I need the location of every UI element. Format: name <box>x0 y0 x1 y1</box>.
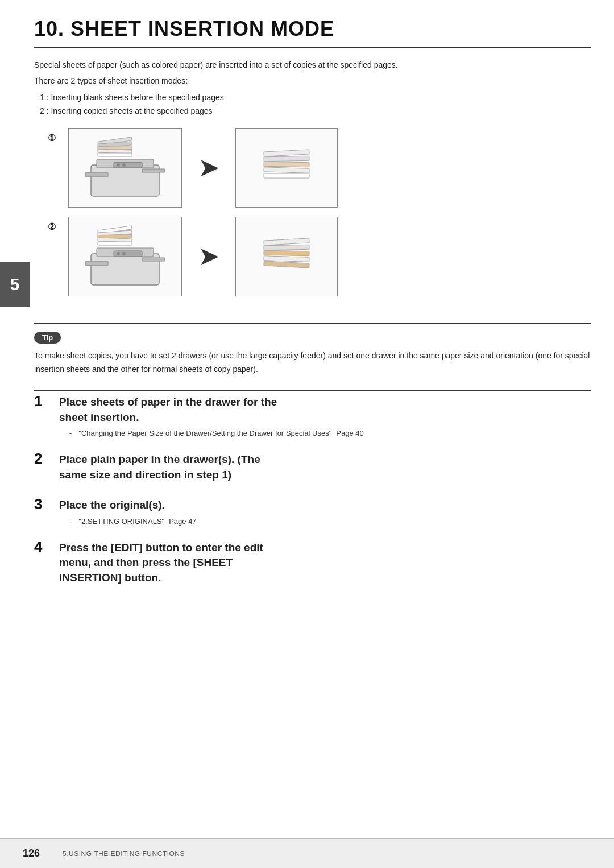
step-4-main: Press the [EDIT] button to enter the edi… <box>59 540 591 586</box>
step-1-dash: - <box>69 428 72 440</box>
step-4-main-line3: INSERTION] button. <box>59 572 161 584</box>
step-3-sub-line-1: - "2.SETTING ORIGINALS" Page 47 <box>69 516 591 528</box>
step-1-main-line2: sheet insertion. <box>59 411 139 423</box>
diagram-number-2: ② <box>48 221 56 232</box>
page-title: 10. SHEET INSERTION MODE <box>34 17 591 48</box>
svg-rect-12 <box>264 150 309 156</box>
step-3-number: 3 <box>34 495 59 513</box>
step-1-content: Place sheets of paper in the drawer for … <box>59 395 591 440</box>
page-content: 10. SHEET INSERTION MODE Special sheets … <box>34 0 591 588</box>
diagram-box-1-input <box>68 128 182 208</box>
step-4-main-line1: Press the [EDIT] button to enter the edi… <box>59 542 263 553</box>
step-2-main-line2: same size and direction in step 1) <box>59 469 231 481</box>
step-1-main: Place sheets of paper in the drawer for … <box>59 395 591 425</box>
output-diagram-2 <box>247 222 326 291</box>
step-4-content: Press the [EDIT] button to enter the edi… <box>59 540 591 589</box>
step-3-page-label: Page 47 <box>169 516 196 528</box>
step-3-main-line1: Place the original(s). <box>59 499 165 511</box>
svg-rect-14 <box>264 162 309 167</box>
diagram-row-1: ① <box>68 128 338 208</box>
svg-rect-33 <box>264 261 309 268</box>
svg-rect-32 <box>264 256 309 262</box>
step-3-dash: - <box>69 516 72 528</box>
step-2-number: 2 <box>34 450 59 468</box>
svg-rect-15 <box>264 167 309 173</box>
intro-list: 1 : Inserting blank sheets before the sp… <box>40 91 591 118</box>
intro-line1: Special sheets of paper (such as colored… <box>34 59 591 71</box>
step-3-content: Place the original(s). - "2.SETTING ORIG… <box>59 498 591 527</box>
svg-point-6 <box>122 163 126 167</box>
step-4-number: 4 <box>34 538 59 556</box>
svg-rect-31 <box>264 251 309 256</box>
step-1-sub: - "Changing the Paper Size of the Drawer… <box>69 428 591 440</box>
svg-point-23 <box>122 252 126 255</box>
svg-rect-28 <box>98 242 132 245</box>
svg-rect-3 <box>142 169 165 172</box>
diagram-row-2: ② ➤ <box>68 217 338 296</box>
step-1-sub-line-1: - "Changing the Paper Size of the Drawer… <box>69 428 591 440</box>
svg-rect-13 <box>264 156 309 162</box>
svg-point-22 <box>117 252 120 255</box>
tip-badge: Tip <box>34 332 61 344</box>
copier-diagram-2 <box>80 222 171 291</box>
step-2-content: Place plain paper in the drawer(s). (The… <box>59 452 591 485</box>
diagram-box-2-input <box>68 217 182 296</box>
step-1: 1 Place sheets of paper in the drawer fo… <box>34 395 591 440</box>
copier-diagram-1 <box>80 134 171 202</box>
diagram-box-1-output <box>235 128 338 208</box>
svg-point-5 <box>117 163 120 167</box>
diagram-number-1: ① <box>48 133 56 143</box>
step-2: 2 Place plain paper in the drawer(s). (T… <box>34 452 591 485</box>
intro-item-1: 1 : Inserting blank sheets before the sp… <box>40 91 591 105</box>
step-3: 3 Place the original(s). - "2.SETTING OR… <box>34 498 591 527</box>
svg-rect-30 <box>264 245 309 250</box>
svg-rect-29 <box>264 238 309 245</box>
step-1-sub-text: "Changing the Paper Size of the Drawer/S… <box>78 428 331 440</box>
step-1-page-label: Page 40 <box>336 428 363 440</box>
arrow-1: ➤ <box>199 155 218 181</box>
step-4-main-line2: menu, and then press the [SHEET <box>59 556 233 568</box>
intro-line2: There are 2 types of sheet insertion mod… <box>34 75 591 87</box>
diagram-box-2-output <box>235 217 338 296</box>
diagrams-area: ① <box>68 128 591 305</box>
chapter-number: 5 <box>10 275 20 294</box>
svg-rect-2 <box>85 172 108 177</box>
output-diagram-1 <box>247 134 326 202</box>
steps-section: 1 Place sheets of paper in the drawer fo… <box>34 390 591 588</box>
step-2-main-line1: Place plain paper in the drawer(s). (The <box>59 453 260 465</box>
step-1-number: 1 <box>34 392 59 410</box>
arrow-2: ➤ <box>199 243 218 270</box>
svg-rect-16 <box>264 173 309 178</box>
step-2-main: Place plain paper in the drawer(s). (The… <box>59 452 591 482</box>
intro-item-2: 2 : Inserting copied sheets at the speci… <box>40 105 591 118</box>
svg-rect-20 <box>142 258 165 261</box>
footer-section-label: 5.USING THE EDITING FUNCTIONS <box>63 850 185 858</box>
step-1-main-line1: Place sheets of paper in the drawer for … <box>59 396 277 408</box>
page-footer: 126 5.USING THE EDITING FUNCTIONS <box>0 838 614 868</box>
svg-rect-19 <box>85 261 108 266</box>
tip-section: Tip To make sheet copies, you have to se… <box>34 323 591 377</box>
step-4: 4 Press the [EDIT] button to enter the e… <box>34 540 591 589</box>
chapter-tab: 5 <box>0 262 30 307</box>
tip-text: To make sheet copies, you have to set 2 … <box>34 349 591 377</box>
svg-rect-11 <box>98 153 132 156</box>
step-3-sub: - "2.SETTING ORIGINALS" Page 47 <box>69 516 591 528</box>
step-3-sub-text: "2.SETTING ORIGINALS" <box>78 516 164 528</box>
footer-page-number: 126 <box>23 848 40 859</box>
step-3-main: Place the original(s). <box>59 498 591 513</box>
